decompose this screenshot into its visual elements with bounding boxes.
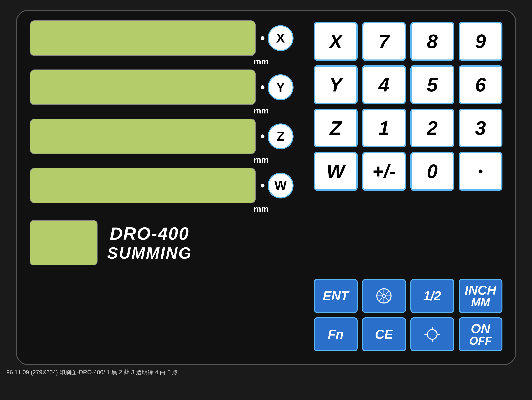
display-screen-z (30, 119, 256, 154)
fn-btn-ent[interactable]: ENT (314, 279, 358, 313)
numpad-btn-8[interactable]: 8 (410, 22, 454, 61)
axis-dot-x (261, 36, 265, 40)
fn-row-2: Fn CE (314, 317, 502, 351)
device-panel: X mm Y mm Z mm (16, 10, 516, 365)
fn-btn-on-off[interactable]: ON OFF (459, 317, 502, 351)
small-screen (30, 220, 97, 265)
numpad-btn-y[interactable]: Y (314, 65, 358, 104)
numpad-grid: X 7 8 9 Y 4 5 6 Z 1 2 3 W +/- 0 • (314, 22, 502, 191)
numpad-btn-4[interactable]: 4 (362, 65, 406, 104)
numpad-btn-6[interactable]: 6 (459, 65, 502, 104)
brand-model: DRO-400 (110, 223, 189, 244)
axis-btn-w[interactable]: W (268, 173, 293, 199)
axis-btn-z[interactable]: Z (268, 123, 293, 149)
compass-icon (376, 288, 392, 304)
on-label: ON (471, 322, 490, 335)
svg-line-8 (386, 291, 389, 294)
axis-row-w: W mm (30, 168, 304, 214)
display-screen-y (30, 70, 256, 105)
mm-label-z: mm (30, 155, 269, 165)
ent-label: ENT (323, 289, 348, 303)
main-content: X mm Y mm Z mm (30, 20, 502, 355)
off-label: OFF (469, 335, 492, 347)
numpad-btn-7[interactable]: 7 (362, 22, 406, 61)
axis-row-y: Y mm (30, 70, 304, 115)
mm-label-y: mm (30, 106, 269, 115)
fn-row-1: ENT (314, 279, 502, 313)
mm-label-x: mm (30, 57, 269, 66)
numpad-btn-plusminus[interactable]: +/- (362, 152, 406, 191)
axis-dot-z (261, 135, 265, 138)
numpad-btn-2[interactable]: 2 (410, 109, 454, 147)
brand-text: DRO-400 SUMMING (107, 223, 192, 262)
numpad-btn-9[interactable]: 9 (459, 22, 502, 61)
fn-btn-crosshair[interactable] (410, 317, 454, 351)
half-label: 1/2 (423, 289, 441, 303)
function-rows: ENT (314, 279, 502, 351)
axis-btn-x[interactable]: X (268, 25, 293, 51)
crosshair-icon (424, 326, 440, 342)
mm-btn-label: MM (471, 297, 490, 308)
bottom-left: DRO-400 SUMMING (30, 220, 304, 265)
svg-line-9 (379, 297, 382, 301)
display-screen-x (30, 20, 256, 56)
numpad-btn-5[interactable]: 5 (410, 65, 454, 104)
fn-label: Fn (328, 327, 344, 342)
axis-row-z: Z mm (30, 119, 304, 165)
mm-label-w: mm (30, 204, 269, 214)
numpad-btn-1[interactable]: 1 (362, 109, 406, 147)
axis-dot-y (261, 85, 265, 89)
numpad-btn-x[interactable]: X (314, 22, 358, 61)
right-panel: X 7 8 9 Y 4 5 6 Z 1 2 3 W +/- 0 • (314, 20, 502, 355)
fn-btn-inch-mm[interactable]: INCH MM (459, 279, 502, 313)
fn-btn-ce[interactable]: CE (362, 317, 406, 351)
display-screen-w (30, 168, 256, 203)
fn-btn-fn[interactable]: Fn (314, 317, 358, 351)
numpad-btn-w[interactable]: W (314, 152, 358, 191)
left-panel: X mm Y mm Z mm (30, 20, 304, 355)
numpad-btn-dot[interactable]: • (459, 152, 502, 191)
ce-label: CE (375, 327, 393, 342)
fn-btn-compass[interactable] (362, 279, 406, 313)
axis-btn-y[interactable]: Y (268, 74, 293, 100)
fn-btn-half[interactable]: 1/2 (410, 279, 454, 313)
footer-text: 96.11.09 (279X204) 印刷面-DRO-400/ 1.黒 2.藍 … (0, 368, 532, 376)
svg-point-10 (427, 329, 437, 339)
svg-line-6 (379, 291, 382, 294)
svg-point-1 (382, 294, 386, 297)
brand-name: SUMMING (107, 244, 192, 262)
axis-dot-w (261, 184, 265, 187)
svg-line-7 (386, 297, 389, 301)
numpad-btn-0[interactable]: 0 (410, 152, 454, 191)
numpad-btn-z[interactable]: Z (314, 109, 358, 147)
numpad-btn-3[interactable]: 3 (459, 109, 502, 147)
axis-row-x: X mm (30, 20, 304, 66)
inch-label: INCH (465, 284, 496, 297)
